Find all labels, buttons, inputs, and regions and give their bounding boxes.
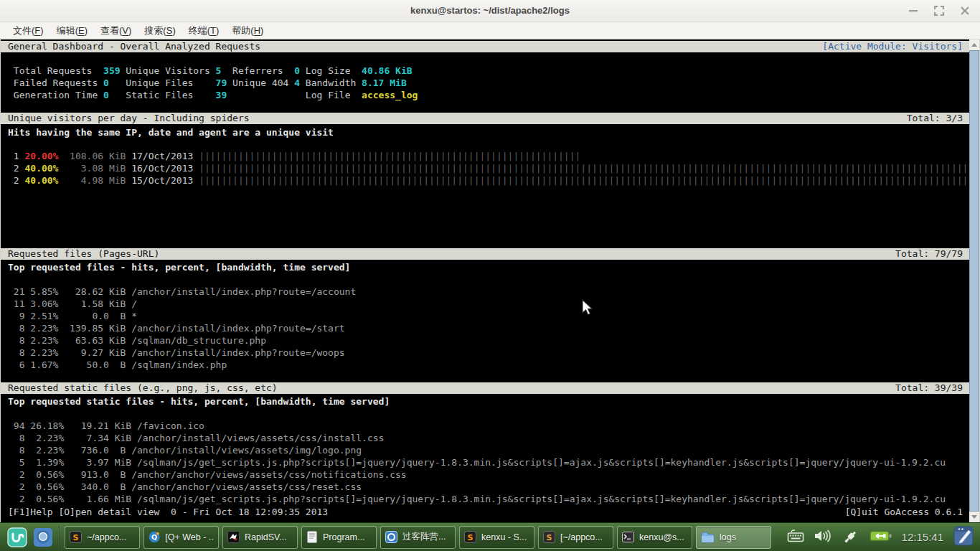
taskbar-button-qplus-web[interactable]: Q [Q+ Web - ... (143, 526, 219, 549)
static-file-row: 2 0.56% 1.66 MiB /sqlman/js/get_scripts.… (8, 493, 946, 505)
menu-search[interactable]: 搜索(S) (138, 23, 181, 39)
svg-text:Q: Q (151, 533, 157, 541)
file-row: 21 5.85% 28.62 KiB /anchor/install/index… (8, 286, 356, 298)
taskbar-separator (59, 525, 60, 550)
menu-view[interactable]: 查看(V) (95, 23, 137, 39)
sublime-icon: S (543, 531, 555, 543)
taskbar-button-kenxu-sublime[interactable]: S kenxu - S... (459, 526, 534, 549)
mouse-cursor-icon (582, 299, 596, 316)
goaccess-statusbar: [F1]Help [O]pen detail view 0 - Fri Oct … (1, 506, 970, 518)
active-module-label: [Active Module: Visitors] (822, 41, 963, 52)
file-row: 9 2.51% 0.0 B * (8, 310, 137, 322)
battery-charging-icon[interactable] (870, 529, 892, 545)
svg-text:S: S (468, 533, 473, 542)
keyboard-indicator-icon[interactable] (787, 529, 804, 545)
stats-line: Generation Time 0 Static Files 39 Log Fi… (8, 89, 418, 101)
taskbar: S ~/appco... Q [Q+ Web - ... RapidSV... … (0, 522, 980, 551)
section-header-static-files: Requested static files (e.g., png, js, c… (1, 382, 970, 394)
visitor-bar: ||||||||||||||||||||||||||||||||||||||||… (199, 163, 968, 174)
section-title: General Dashboard - Overall Analyzed Req… (8, 41, 260, 52)
static-file-row: 8 2.23% 7.34 KiB /anchor/install/views/a… (8, 432, 384, 444)
scrollbar-thumb[interactable] (969, 50, 979, 512)
qplus-icon: Q (149, 531, 160, 543)
sublime-icon: S (464, 531, 476, 543)
taskbar-button-guoke-forum[interactable]: 过客阵营... (380, 526, 456, 549)
stats-line: Failed Requests 0 Unique Files 79 Unique… (8, 77, 407, 89)
browser-icon (385, 531, 397, 543)
volume-icon[interactable] (814, 529, 832, 546)
maximize-icon[interactable] (931, 3, 947, 19)
visitor-bar: ||||||||||||||||||||||||||||||||||||||||… (199, 175, 968, 186)
minimize-icon[interactable] (905, 3, 921, 19)
desktop: { "window": { "title": "kenxu@startos: ~… (0, 0, 980, 551)
terminal-viewport[interactable]: General Dashboard - Overall Analyzed Req… (0, 39, 980, 522)
section-subtitle: Top requested files - hits, percent, [ba… (8, 261, 350, 273)
section-subtitle: Hits having the same IP, date and agent … (8, 126, 334, 138)
swirl-app-launcher-icon[interactable] (7, 527, 27, 547)
window-titlebar: kenxu@startos: ~/dist/apache2/logs (0, 0, 980, 22)
stats-line: Total Requests 359 Unique Visitors 5 Ref… (8, 65, 413, 77)
section-title: Requested files (Pages-URL) (8, 248, 159, 260)
section-header-dashboard: General Dashboard - Overall Analyzed Req… (1, 41, 970, 52)
section-header-files: Requested files (Pages-URL) Total: 79/79 (1, 248, 970, 260)
scrollbar-down-arrow-icon[interactable] (969, 512, 979, 522)
visitor-row: 1 20.00% 108.06 KiB 17/Oct/2013 ||||||||… (8, 150, 580, 162)
taskbar-clock[interactable]: 12:15:41 (902, 531, 943, 543)
section-total: Total: 39/39 (895, 382, 963, 394)
file-row: 8 2.23% 139.85 KiB /anchor/install/index… (8, 322, 345, 334)
visitor-bar: ||||||||||||||||||||||||||||||||||||||||… (199, 151, 580, 161)
section-header-visitors: Unique visitors per day - Including spid… (1, 113, 970, 124)
visitor-row: 2 40.00% 4.98 MiB 15/Oct/2013 ||||||||||… (8, 174, 968, 187)
section-title: Requested static files (e.g., png, js, c… (8, 382, 278, 394)
static-file-row: 5 1.39% 3.97 MiB /sqlman/js/get_scripts.… (8, 456, 946, 468)
terminal-scrollbar[interactable] (969, 39, 979, 522)
notes-pad-icon[interactable] (953, 525, 974, 550)
section-title: Unique visitors per day - Including spid… (8, 113, 250, 124)
window-title: kenxu@startos: ~/dist/apache2/logs (0, 5, 980, 16)
taskbar-button-rapidsvn[interactable]: RapidSV... (222, 526, 298, 549)
section-total: Total: 79/79 (895, 248, 963, 260)
status-left: [F1]Help [O]pen detail view 0 - Fri Oct … (8, 506, 328, 518)
svg-text:S: S (547, 533, 552, 542)
section-total: Total: 3/3 (907, 113, 963, 124)
menu-edit[interactable]: 编辑(E) (51, 23, 93, 39)
sublime-icon: S (70, 531, 82, 543)
scrollbar-up-arrow-icon[interactable] (969, 39, 979, 50)
static-file-row: 2 0.56% 913.0 B /anchor/anchor/views/ass… (8, 468, 407, 481)
taskbar-button-appco2-sublime[interactable]: S [~/appco... (538, 526, 613, 549)
taskbar-button-program[interactable]: Program... (301, 526, 377, 549)
file-row: 8 2.23% 63.63 KiB /sqlman/db_structure.p… (8, 334, 266, 347)
file-row: 8 2.23% 9.27 KiB /anchor/install/index.p… (8, 347, 345, 359)
status-right: [Q]uit GoAccess 0.6.1 (845, 506, 963, 518)
taskbar-button-appco-sublime[interactable]: S ~/appco... (65, 526, 140, 549)
system-tray: 12:15:41 (787, 525, 980, 550)
chromium-launcher-icon[interactable] (33, 527, 53, 547)
static-file-row: 2 0.56% 340.0 B /anchor/anchor/views/ass… (8, 481, 362, 493)
file-row: 11 3.06% 1.58 KiB / (8, 298, 137, 310)
document-icon (306, 531, 318, 543)
taskbar-button-logs[interactable]: logs (696, 526, 771, 549)
menu-terminal[interactable]: 终端(T) (183, 23, 225, 39)
svg-text:S: S (73, 533, 79, 542)
close-icon[interactable] (957, 3, 973, 19)
taskbar-button-terminal[interactable]: kenxu@s... (617, 526, 692, 549)
menu-help[interactable]: 帮助(H) (226, 23, 269, 39)
static-file-row: 8 2.23% 736.0 B /anchor/install/views/as… (8, 444, 362, 456)
folder-icon (701, 532, 715, 543)
terminal-icon (622, 532, 634, 542)
visitor-row: 2 40.00% 3.08 MiB 16/Oct/2013 ||||||||||… (8, 162, 968, 174)
plug-connector-icon[interactable] (842, 527, 860, 548)
terminal-menubar: 文件(F) 编辑(E) 查看(V) 搜索(S) 终端(T) 帮助(H) (0, 22, 980, 39)
file-row: 6 1.67% 50.0 B /sqlman/index.php (8, 359, 227, 371)
menu-file[interactable]: 文件(F) (7, 23, 50, 39)
static-file-row: 94 26.18% 19.21 KiB /favicon.ico (8, 420, 204, 432)
rapidsvn-icon (227, 531, 240, 543)
section-subtitle: Top requested static files - hits, perce… (8, 395, 390, 408)
